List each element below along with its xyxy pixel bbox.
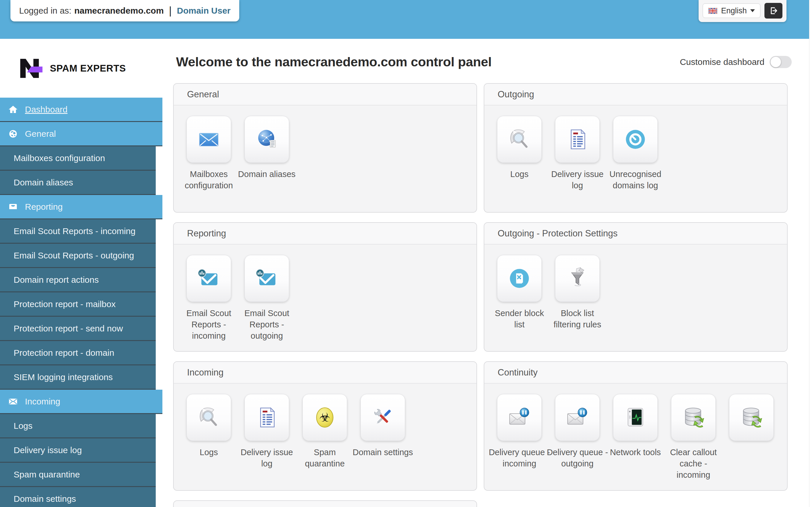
logo-text: SPAM EXPERTS (50, 63, 126, 74)
card-body: LogsDelivery issue logUnrecognised domai… (484, 105, 787, 200)
sidebar-item-label: Email Scout Reports - incoming (14, 226, 136, 236)
tile-button-delivery-issue-log[interactable] (555, 116, 600, 163)
tile-label: Spam quarantine (294, 447, 356, 469)
tile-button-unrecognised-domains-log[interactable] (613, 116, 658, 163)
card-title: General (187, 89, 219, 100)
tile-button-sender-block-list[interactable] (497, 255, 542, 302)
envelope-report-icon (253, 265, 280, 292)
tile-button-delivery-issue-log[interactable] (245, 394, 289, 441)
tile-button-clear-callout-cache-incoming[interactable] (671, 394, 716, 441)
tile-button-network-tools[interactable] (613, 394, 658, 441)
card-header: Continuity (484, 362, 787, 384)
sidebar-menu: DashboardGeneralMailboxes configurationD… (0, 98, 162, 507)
card-header (174, 501, 476, 507)
tile-delivery-queue-outgoing: Delivery queue - outgoing (555, 394, 600, 481)
tile-domain-settings: Domain settings (360, 394, 405, 469)
network-terminal-icon (622, 404, 649, 431)
tile-unrecognised-domains-log: Unrecognised domains log (613, 116, 658, 191)
sidebar-item-reporting[interactable]: Reporting (0, 195, 162, 219)
sidebar-item-email-scout-reports-incoming[interactable]: Email Scout Reports - incoming (0, 219, 156, 244)
main-content: Welcome to the namecranedemo.com control… (156, 39, 812, 507)
sidebar-item-label: Dashboard (25, 105, 67, 114)
customise-toggle[interactable] (770, 56, 792, 68)
tile-label: Sender block list (489, 308, 550, 330)
tile-button-spam-quarantine[interactable]: ☣ (302, 394, 347, 441)
svg-text:☣: ☣ (319, 410, 330, 425)
sidebar-item-label: Incoming (25, 397, 60, 406)
sidebar-item-label: Spam quarantine (14, 470, 80, 480)
document-log-icon (253, 404, 280, 431)
sidebar-item-protection-report-mailbox[interactable]: Protection report - mailbox (0, 292, 156, 317)
dashboard-columns: GeneralMailboxes configurationDomain ali… (173, 83, 792, 507)
tile-button-delivery-queue-incoming[interactable] (497, 394, 542, 441)
sidebar-item-spam-quarantine[interactable]: Spam quarantine (0, 463, 156, 487)
customise-dashboard: Customise dashboard (680, 56, 792, 68)
role-link[interactable]: Domain User (177, 6, 231, 16)
scrollbar-strip[interactable] (809, 0, 812, 507)
envelope-pause-icon (506, 404, 533, 431)
sidebar-item-domain-report-actions[interactable]: Domain report actions (0, 268, 156, 292)
sidebar-item-general[interactable]: General (0, 122, 162, 146)
card-body: LogsDelivery issue log☣Spam quarantineDo… (174, 384, 476, 478)
tools-icon (369, 404, 396, 431)
sidebar-item-label: SIEM logging integrations (14, 372, 113, 382)
chevron-down-icon (750, 9, 755, 12)
card-title: Outgoing (498, 89, 534, 100)
sidebar-item-label: Protection report - domain (14, 348, 114, 358)
tile-network-tools: Network tools (613, 394, 658, 481)
card-header: Reporting (174, 223, 476, 244)
magnifier-icon (196, 404, 222, 431)
tile-button-cropped[interactable] (729, 394, 774, 441)
tile-button-domain-aliases[interactable] (245, 116, 289, 163)
tile-button-email-scout-reports-outgoing[interactable] (245, 255, 289, 302)
tile-delivery-issue-log: Delivery issue log (555, 116, 600, 191)
tile-button-logs[interactable] (497, 116, 542, 163)
namecrane-logo-icon (18, 56, 43, 80)
sidebar-item-label: Mailboxes configuration (14, 153, 105, 163)
card-outgoing: OutgoingLogsDelivery issue logUnrecognis… (484, 83, 788, 213)
tile-button-logs[interactable] (187, 394, 231, 441)
sidebar-item-email-scout-reports-outgoing[interactable]: Email Scout Reports - outgoing (0, 244, 156, 268)
column-right: OutgoingLogsDelivery issue logUnrecognis… (484, 83, 788, 500)
sidebar-item-siem-logging-integrations[interactable]: SIEM logging integrations (0, 365, 156, 390)
card-general: GeneralMailboxes configurationDomain ali… (173, 83, 477, 213)
card-body: Mailboxes configurationDomain aliases (174, 105, 476, 200)
card-outgoing-protection-settings: Outgoing - Protection SettingsSender blo… (484, 222, 788, 352)
topbar: Logged in as: namecranedemo.com | Domain… (0, 0, 812, 39)
database-refresh-icon (680, 404, 707, 431)
sidebar-item-mailboxes-configuration[interactable]: Mailboxes configuration (0, 146, 156, 171)
sidebar-logo: SPAM EXPERTS (0, 39, 156, 98)
card-reporting: ReportingEmail Scout Reports - incomingE… (173, 222, 477, 352)
sidebar-item-incoming[interactable]: Incoming (0, 390, 162, 414)
sidebar-item-label: Logs (14, 421, 33, 431)
tile-label: Network tools (605, 447, 666, 458)
card-header: General (174, 84, 476, 105)
tile-button-delivery-queue-outgoing[interactable] (555, 394, 600, 441)
tile-button-mailboxes-configuration[interactable] (187, 116, 231, 163)
envelope-pause-icon (564, 404, 591, 431)
document-log-icon (564, 126, 591, 153)
card-header: Outgoing - Protection Settings (484, 223, 787, 244)
sidebar-item-protection-report-send-now[interactable]: Protection report - send now (0, 317, 156, 341)
sidebar-item-label: Domain aliases (14, 178, 73, 187)
magnifier-icon (506, 126, 533, 153)
tile-button-domain-settings[interactable] (360, 394, 405, 441)
inbox-icon (8, 202, 18, 212)
globe-network-icon (253, 126, 280, 153)
tile-spam-quarantine: ☣Spam quarantine (302, 394, 347, 469)
separator: | (169, 5, 172, 17)
sidebar-item-logs[interactable]: Logs (0, 414, 156, 438)
sidebar-item-protection-report-domain[interactable]: Protection report - domain (0, 341, 156, 365)
tile-button-email-scout-reports-incoming[interactable] (187, 255, 231, 302)
tile-label: Logs (178, 447, 240, 458)
sidebar-item-delivery-issue-log[interactable]: Delivery issue log (0, 438, 156, 463)
sidebar-item-domain-aliases[interactable]: Domain aliases (0, 171, 156, 195)
language-selector[interactable]: English (703, 3, 760, 18)
logout-button[interactable] (764, 3, 782, 18)
tile-domain-aliases: Domain aliases (245, 116, 289, 191)
globe-icon (8, 129, 18, 139)
tile-button-block-list-filtering-rules[interactable] (555, 255, 600, 302)
sidebar-item-domain-settings[interactable]: Domain settings (0, 487, 156, 507)
sidebar-item-dashboard[interactable]: Dashboard (0, 98, 162, 122)
card-partial (173, 500, 477, 507)
